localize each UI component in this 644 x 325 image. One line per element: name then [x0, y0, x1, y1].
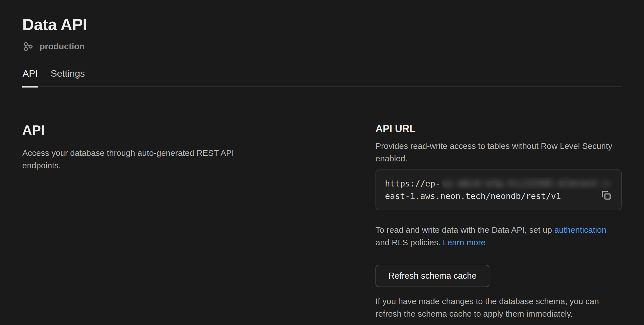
api-section-description: Access your database through auto-genera…: [22, 147, 253, 172]
auth-note-text-1: To read and write data with the Data API…: [375, 225, 554, 234]
api-url-redacted-segment: xy-abcd-efg-hij12345.klmrest.c-2.us-: [441, 177, 612, 190]
refresh-schema-cache-button[interactable]: Refresh schema cache: [375, 265, 489, 287]
api-url-code-box: https://ep- xy-abcd-efg-hij12345.klmrest…: [375, 169, 622, 210]
api-url-description: Provides read-write access to tables wit…: [375, 140, 622, 165]
page-content: Data API production API Settings A: [0, 0, 644, 320]
tab-api[interactable]: API: [22, 68, 38, 86]
copy-icon: [601, 190, 612, 202]
main-section: API Access your database through auto-ge…: [22, 123, 622, 320]
api-url-line-2: east-1.aws.neon.tech/neondb/rest/v1: [385, 190, 612, 202]
api-url-heading: API URL: [375, 123, 622, 135]
data-api-page: Data API production API Settings A: [0, 0, 644, 325]
learn-more-link[interactable]: Learn more: [443, 238, 486, 247]
api-url-panel: API URL Provides read-write access to ta…: [375, 123, 622, 320]
auth-note-text-2: and RLS policies.: [375, 238, 443, 247]
branch-selector[interactable]: production: [22, 41, 622, 52]
tab-settings[interactable]: Settings: [50, 68, 85, 86]
authentication-link[interactable]: authentication: [554, 225, 606, 234]
tab-bar: API Settings: [22, 68, 622, 87]
copy-api-url-button[interactable]: [599, 189, 613, 202]
api-section-heading: API: [22, 123, 253, 138]
branch-name: production: [40, 42, 85, 52]
page-title: Data API: [22, 16, 622, 33]
api-section-intro: API Access your database through auto-ge…: [22, 123, 253, 320]
api-url-line-1: https://ep- xy-abcd-efg-hij12345.klmrest…: [385, 177, 612, 190]
api-url-prefix: https://ep-: [385, 177, 440, 190]
auth-note: To read and write data with the Data API…: [375, 224, 622, 249]
refresh-note: If you have made changes to the database…: [375, 295, 622, 320]
git-branch-icon: [22, 41, 34, 52]
